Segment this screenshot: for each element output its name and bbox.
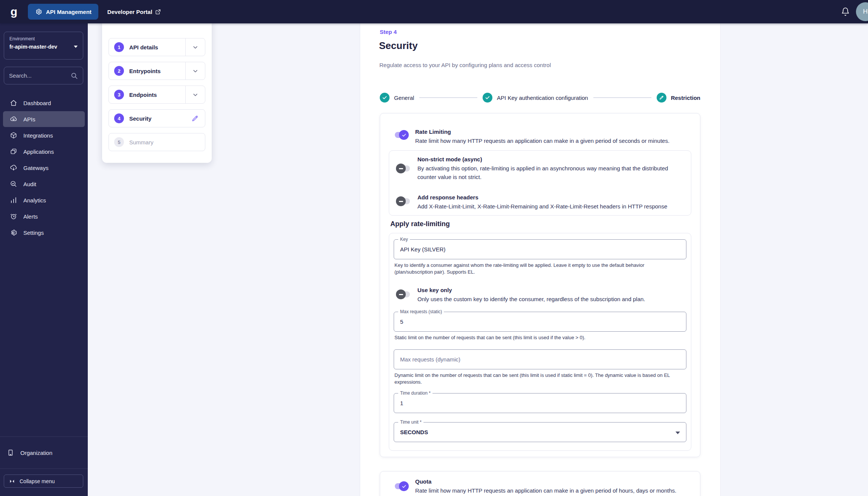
- building-icon: [7, 449, 14, 456]
- wizard-step-entrypoints[interactable]: 2 Entrypoints: [108, 62, 205, 80]
- environment-selector[interactable]: Environment fr-apim-master-dev: [4, 32, 83, 60]
- divider: [0, 436, 88, 437]
- cloud-gear-icon: [10, 115, 17, 123]
- external-link-icon: [155, 9, 161, 15]
- response-headers-label: Add response headers: [417, 193, 683, 201]
- max-requests-static-input[interactable]: Max requests (static) 5: [394, 312, 686, 332]
- pencil-icon[interactable]: [185, 110, 205, 127]
- page: g API Management Developer Portal: [0, 0, 868, 496]
- sidebar-item-organization[interactable]: Organization: [3, 445, 85, 461]
- api-management-button[interactable]: API Management: [28, 4, 98, 20]
- response-headers-toggle[interactable]: [396, 196, 411, 206]
- use-key-only-toggle[interactable]: [396, 289, 411, 299]
- sidebar-item-gateways[interactable]: Gateways: [3, 160, 85, 176]
- key-helper-text: Key to identify a consumer against whom …: [394, 262, 675, 276]
- check-circle-icon: [483, 93, 492, 103]
- environment-value: fr-apim-master-dev: [9, 44, 57, 50]
- wizard-step-security[interactable]: 4 Security: [108, 109, 205, 127]
- step-number-badge: 5: [114, 137, 124, 147]
- check-icon: [399, 130, 409, 140]
- developer-portal-link[interactable]: Developer Portal: [107, 9, 161, 15]
- sidebar-item-applications[interactable]: Applications: [3, 144, 85, 159]
- sidebar-item-apis[interactable]: APIs: [3, 111, 85, 127]
- quota-label: Quota: [415, 478, 693, 485]
- cube-icon: [10, 132, 17, 139]
- progress-step-restriction[interactable]: Restriction: [671, 95, 700, 101]
- collapse-icon: [9, 478, 15, 484]
- chevron-down-icon[interactable]: [185, 38, 205, 56]
- pencil-circle-icon: [657, 93, 666, 103]
- max-dynamic-placeholder: Max requests (dynamic): [400, 356, 460, 363]
- time-duration-field-label: Time duration *: [398, 390, 432, 396]
- step-number-badge: 1: [114, 42, 124, 52]
- step-number-badge: 3: [114, 90, 124, 100]
- rate-limiting-toggle[interactable]: [394, 130, 409, 140]
- step-label: Entrypoints: [129, 68, 160, 74]
- time-unit-field-label: Time unit *: [398, 419, 423, 425]
- alarm-clock-icon: [10, 213, 17, 220]
- sidebar-search-input[interactable]: Search...: [4, 67, 83, 84]
- use-key-only-row: Use key only Only uses the custom key to…: [396, 286, 686, 303]
- developer-portal-label: Developer Portal: [107, 9, 152, 15]
- quota-row: Quota Rate limit how many HTTP requests …: [394, 478, 693, 495]
- sidebar-item-audit[interactable]: Audit: [3, 176, 85, 192]
- gear-icon: [35, 8, 42, 15]
- rate-limiting-form-box: Key API Key (SILVER) Key to identify a c…: [389, 233, 691, 451]
- page-title: Security: [379, 40, 418, 52]
- step-label: API details: [129, 44, 158, 51]
- sidebar-nav: Dashboard APIs Integrations Applications: [0, 95, 88, 241]
- non-strict-row: Non-strict mode (async) By activating th…: [396, 155, 683, 181]
- page-subtitle: Regulate access to your API by configuri…: [379, 62, 551, 68]
- notifications-bell-icon[interactable]: [841, 7, 850, 16]
- wizard-step-endpoints[interactable]: 3 Endpoints: [108, 86, 205, 104]
- wizard-step-api-details[interactable]: 1 API details: [108, 38, 205, 56]
- sidebar-item-settings[interactable]: Settings: [3, 225, 85, 240]
- time-duration-input[interactable]: Time duration * 1: [394, 393, 686, 413]
- progress-connector: [419, 97, 477, 98]
- sidebar-item-label: Applications: [23, 148, 54, 155]
- sidebar: Environment fr-apim-master-dev Search...…: [0, 23, 88, 496]
- chevron-down-icon[interactable]: [185, 62, 205, 80]
- non-strict-desc: By activating this option, rate-limiting…: [417, 164, 683, 181]
- use-key-only-desc: Only uses the custom key to identify the…: [417, 295, 686, 303]
- progress-step-apikey-config[interactable]: API Key authentication configuration: [497, 95, 588, 101]
- step-number-badge: 2: [114, 66, 124, 76]
- step-label: Endpoints: [129, 92, 157, 98]
- sidebar-item-label: APIs: [23, 116, 35, 122]
- max-requests-dynamic-input[interactable]: Max requests (dynamic): [394, 349, 686, 369]
- max-dynamic-helper-text: Dynamic limit on the number of requests …: [394, 372, 675, 386]
- user-avatar[interactable]: H: [856, 2, 868, 21]
- topbar-right: H: [841, 0, 868, 23]
- sidebar-item-label: Integrations: [23, 132, 53, 139]
- sidebar-item-dashboard[interactable]: Dashboard: [3, 95, 85, 111]
- minus-icon: [399, 168, 403, 169]
- step-number-badge: 4: [114, 113, 124, 123]
- search-icon: [70, 72, 78, 80]
- progress-step-general[interactable]: General: [394, 95, 414, 101]
- chevron-down-icon: [74, 46, 78, 48]
- key-input[interactable]: Key API Key (SILVER): [394, 239, 686, 259]
- dropdown-arrow-icon: [675, 432, 680, 434]
- sidebar-item-alerts[interactable]: Alerts: [3, 208, 85, 224]
- sidebar-item-label: Analytics: [23, 197, 46, 204]
- time-unit-field-value: SECONDS: [400, 429, 428, 435]
- sidebar-item-label: Settings: [23, 230, 44, 236]
- minus-icon: [399, 201, 403, 202]
- time-duration-field-value: 1: [400, 400, 403, 406]
- sidebar-item-label: Organization: [20, 450, 52, 456]
- sidebar-item-analytics[interactable]: Analytics: [3, 192, 85, 208]
- cloud-download-icon: [10, 164, 17, 171]
- environment-label: Environment: [9, 36, 78, 41]
- sidebar-item-integrations[interactable]: Integrations: [3, 127, 85, 143]
- key-field-label: Key: [398, 237, 410, 242]
- max-static-field-value: 5: [400, 318, 403, 325]
- chevron-down-icon[interactable]: [185, 86, 205, 103]
- non-strict-toggle[interactable]: [396, 164, 411, 173]
- security-progress-stepper: General API Key authentication configura…: [380, 93, 700, 103]
- gravitee-logo-icon: g: [5, 6, 23, 17]
- time-unit-select[interactable]: Time unit * SECONDS: [394, 422, 686, 442]
- response-headers-desc: Add X-Rate-Limit-Limit, X-Rate-Limit-Rem…: [417, 202, 683, 211]
- collapse-menu-button[interactable]: Collapse menu: [4, 475, 83, 488]
- quota-toggle[interactable]: [394, 481, 409, 491]
- divider: [0, 468, 88, 469]
